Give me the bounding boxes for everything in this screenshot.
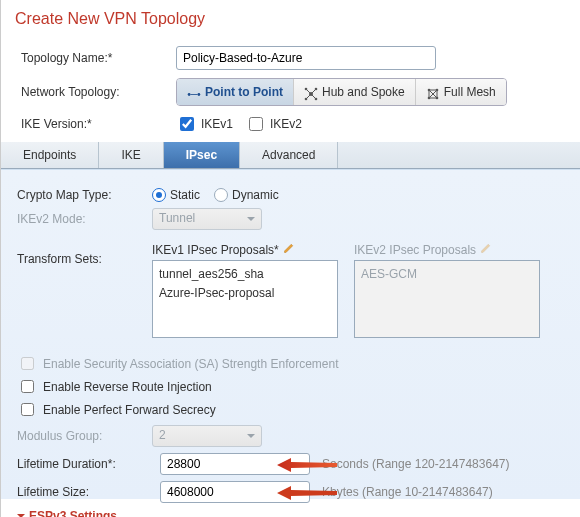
ikev2-label: IKEv2 <box>270 117 302 131</box>
radio-static[interactable] <box>152 188 166 202</box>
lifetime-duration-label: Lifetime Duration*: <box>17 457 152 471</box>
tab-endpoints[interactable]: Endpoints <box>1 142 99 168</box>
ikev2-checkbox[interactable] <box>249 117 263 131</box>
ikev1-proposals-list[interactable]: tunnel_aes256_sha Azure-IPsec-proposal <box>152 260 338 338</box>
tab-ipsec[interactable]: IPsec <box>164 142 240 168</box>
lifetime-duration-input[interactable] <box>160 453 310 475</box>
sa-enforcement-row: Enable Security Association (SA) Strengt… <box>17 354 564 373</box>
tab-bar: Endpoints IKE IPsec Advanced <box>1 142 580 169</box>
crypto-static-option[interactable]: Static <box>152 188 200 202</box>
ikev2-proposals-list: AES-GCM <box>354 260 540 338</box>
svg-line-10 <box>306 94 311 99</box>
topology-p2p-label: Point to Point <box>205 85 283 99</box>
network-topology-group: Point to Point Hub and Spoke Full Mesh <box>176 78 507 106</box>
caret-down-icon <box>17 514 25 518</box>
sa-enforcement-checkbox <box>21 357 34 370</box>
p2p-icon <box>187 87 201 97</box>
svg-line-8 <box>306 89 311 94</box>
transform-sets-label: Transform Sets: <box>17 236 152 266</box>
list-item[interactable]: tunnel_aes256_sha <box>159 265 331 284</box>
network-topology-label: Network Topology: <box>21 85 176 99</box>
espv3-settings-toggle[interactable]: ESPv3 Settings <box>17 509 564 517</box>
hub-spoke-icon <box>304 87 318 97</box>
topology-full-mesh[interactable]: Full Mesh <box>415 79 506 105</box>
pfs-checkbox[interactable] <box>21 403 34 416</box>
pencil-icon <box>480 242 492 257</box>
svg-point-1 <box>198 93 201 96</box>
static-label: Static <box>170 188 200 202</box>
list-item: AES-GCM <box>361 265 533 284</box>
ikev1-option[interactable]: IKEv1 <box>176 114 233 134</box>
ikev2-mode-select: Tunnel <box>152 208 262 230</box>
ikev1-proposals-label: IKEv1 IPsec Proposals* <box>152 243 279 257</box>
svg-point-0 <box>188 93 191 96</box>
rri-checkbox[interactable] <box>21 380 34 393</box>
topology-name-input[interactable] <box>176 46 436 70</box>
dynamic-label: Dynamic <box>232 188 279 202</box>
modulus-group-select: 2 <box>152 425 262 447</box>
rri-row[interactable]: Enable Reverse Route Injection <box>17 377 564 396</box>
list-item[interactable]: Azure-IPsec-proposal <box>159 284 331 303</box>
ikev1-label: IKEv1 <box>201 117 233 131</box>
svg-line-11 <box>311 94 316 99</box>
tab-ike[interactable]: IKE <box>99 142 163 168</box>
sa-enforcement-label: Enable Security Association (SA) Strengt… <box>43 357 338 371</box>
topology-name-label: Topology Name:* <box>21 51 176 65</box>
topology-hub-label: Hub and Spoke <box>322 85 405 99</box>
crypto-dynamic-option[interactable]: Dynamic <box>214 188 279 202</box>
radio-dynamic[interactable] <box>214 188 228 202</box>
full-mesh-icon <box>426 87 440 97</box>
rri-label: Enable Reverse Route Injection <box>43 380 212 394</box>
lifetime-size-label: Lifetime Size: <box>17 485 152 499</box>
crypto-map-label: Crypto Map Type: <box>17 188 152 202</box>
page-title: Create New VPN Topology <box>1 0 580 34</box>
topology-hub-spoke[interactable]: Hub and Spoke <box>293 79 415 105</box>
svg-line-9 <box>311 89 316 94</box>
modulus-group-label: Modulus Group: <box>17 429 152 443</box>
ikev2-proposals-header: IKEv2 IPsec Proposals <box>354 242 540 257</box>
topology-point-to-point[interactable]: Point to Point <box>177 79 293 105</box>
lifetime-size-hint: Kbytes (Range 10-2147483647) <box>322 485 493 499</box>
lifetime-duration-hint: Seconds (Range 120-2147483647) <box>322 457 509 471</box>
pfs-label: Enable Perfect Forward Secrecy <box>43 403 216 417</box>
pfs-row[interactable]: Enable Perfect Forward Secrecy <box>17 400 564 419</box>
lifetime-size-input[interactable] <box>160 481 310 503</box>
ikev2-mode-label: IKEv2 Mode: <box>17 212 152 226</box>
tab-advanced[interactable]: Advanced <box>240 142 338 168</box>
topology-full-label: Full Mesh <box>444 85 496 99</box>
ikev2-proposals-label: IKEv2 IPsec Proposals <box>354 243 476 257</box>
ipsec-panel: Crypto Map Type: Static Dynamic IKEv2 Mo… <box>1 169 580 499</box>
ikev1-proposals-header: IKEv1 IPsec Proposals* <box>152 242 338 257</box>
ikev1-checkbox[interactable] <box>180 117 194 131</box>
espv3-settings-label: ESPv3 Settings <box>29 509 117 517</box>
ikev2-option[interactable]: IKEv2 <box>245 114 302 134</box>
pencil-icon[interactable] <box>283 242 295 257</box>
ike-version-label: IKE Version:* <box>21 117 176 131</box>
